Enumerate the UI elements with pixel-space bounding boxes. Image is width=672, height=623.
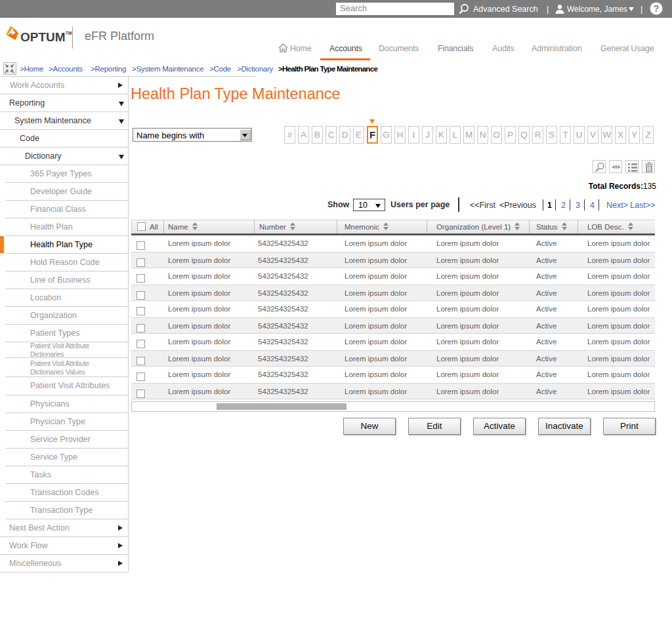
svg-text:?: ? xyxy=(654,3,660,14)
